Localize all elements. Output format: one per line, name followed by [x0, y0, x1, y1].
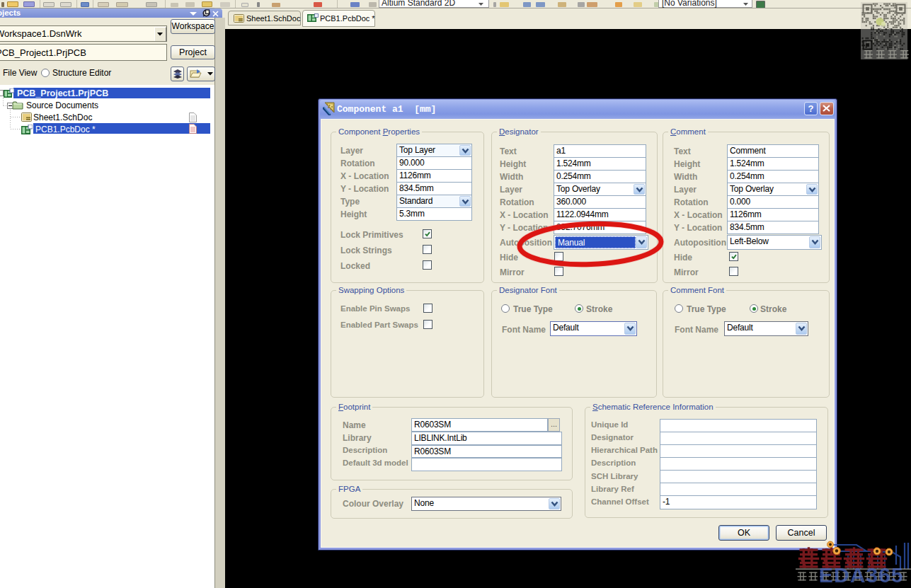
svg-text:EDA365: EDA365: [819, 563, 903, 587]
